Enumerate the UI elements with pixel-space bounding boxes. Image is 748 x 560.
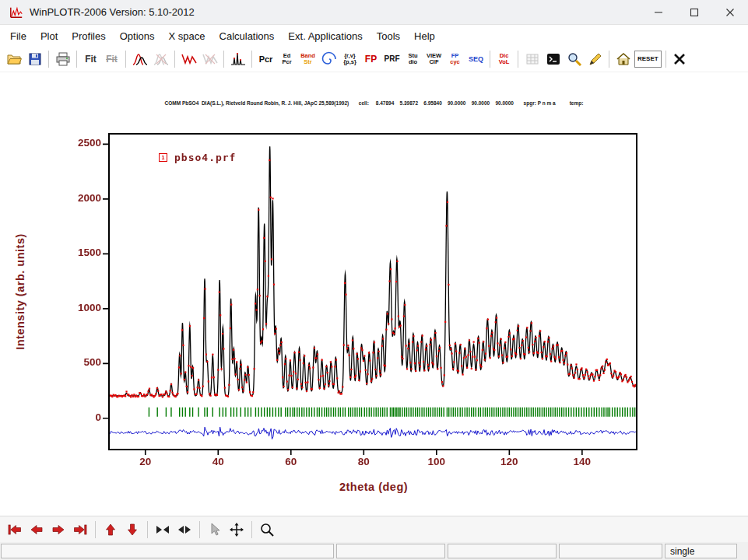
menu-plot[interactable]: Plot <box>33 27 65 45</box>
fp-cyc-label: FPcyc <box>450 53 460 66</box>
view-cif-label: VIEWCIF <box>427 53 441 66</box>
fit-stop-label: Fit <box>106 56 118 63</box>
home-icon <box>616 51 631 67</box>
toolbar-separator <box>518 51 518 68</box>
x-expand-button[interactable] <box>174 520 195 540</box>
rv-ps-button[interactable]: {r,v}{p,s} <box>340 48 360 70</box>
toolbar-separator <box>251 521 252 538</box>
x-compress-button[interactable] <box>153 520 173 540</box>
toolbar-separator <box>665 51 666 68</box>
toolbar-separator <box>174 51 175 68</box>
x-expand-icon <box>177 522 192 537</box>
zoom-mode-icon <box>259 522 275 537</box>
profile-fit-button[interactable] <box>130 48 149 70</box>
zoom-select-button[interactable] <box>564 48 584 70</box>
pan-mode-button[interactable] <box>227 520 247 540</box>
close-plot-button[interactable] <box>670 48 690 70</box>
view-cif-button[interactable]: VIEWCIF <box>424 48 444 70</box>
go-last-icon <box>72 522 88 537</box>
toolbar-separator <box>490 51 490 68</box>
table-off-icon <box>525 51 540 67</box>
console-icon <box>546 51 561 67</box>
shift-up-icon <box>103 522 118 537</box>
reset-button[interactable]: RESET <box>634 51 662 68</box>
minimize-button[interactable] <box>641 0 676 24</box>
fit-button[interactable]: Fit <box>81 48 100 70</box>
fit-stop-button[interactable]: Fit <box>102 48 121 70</box>
diffraction-plot-canvas[interactable] <box>82 124 650 471</box>
background-off-icon <box>202 51 218 67</box>
background-off-button[interactable] <box>200 48 219 70</box>
save-icon <box>27 51 43 67</box>
toolbar-separator <box>609 51 609 68</box>
close-plot-icon <box>672 51 687 67</box>
title-bar: WinPLOTR-2006 Version: 5.10-2012 <box>0 0 748 25</box>
print-button[interactable] <box>53 48 72 70</box>
menu-file[interactable]: File <box>3 27 33 45</box>
legend-marker: 1 <box>159 153 167 162</box>
edit-pcr-button[interactable]: EdPcr <box>277 48 297 70</box>
y-tick-label: 1000 <box>53 302 101 313</box>
edit-pencil-icon <box>588 51 603 67</box>
reset-label: RESET <box>637 56 658 63</box>
menu-profiles[interactable]: Profiles <box>65 27 112 45</box>
plot-header-comment: COMM PbSO4 DIA(S.L.), Rietveld Round Rob… <box>0 100 748 106</box>
go-prev-button[interactable] <box>26 520 47 540</box>
maximize-button[interactable] <box>676 0 712 24</box>
prf-button[interactable]: PRF <box>382 48 402 70</box>
open-button[interactable] <box>4 48 23 70</box>
home-button[interactable] <box>613 48 633 70</box>
menu-tools[interactable]: Tools <box>370 27 407 45</box>
shift-up-button[interactable] <box>100 520 121 540</box>
pointer-mode-icon <box>207 522 223 537</box>
zoom-mode-button[interactable] <box>257 520 277 540</box>
x-tick-label: 60 <box>274 456 308 467</box>
fp-label: FP <box>365 56 377 63</box>
go-next-button[interactable] <box>48 520 68 540</box>
profile-fit-icon <box>132 51 148 67</box>
close-button[interactable] <box>712 0 748 24</box>
pcr-label: Pcr <box>259 56 273 63</box>
x-tick-label: 120 <box>492 456 526 467</box>
prf-label: PRF <box>385 56 400 63</box>
save-button[interactable] <box>25 48 44 70</box>
go-first-button[interactable] <box>5 520 25 540</box>
pointer-mode-button[interactable] <box>205 520 225 540</box>
studio-button[interactable]: Studio <box>403 48 423 70</box>
menu-ext-applications[interactable]: Ext. Applications <box>281 27 369 45</box>
go-next-icon <box>51 522 66 537</box>
app-icon <box>9 5 23 19</box>
shift-down-button[interactable] <box>122 520 142 540</box>
profile-fit-off-button[interactable] <box>151 48 170 70</box>
fp-button[interactable]: FP <box>361 48 381 70</box>
fp-studio-globe-button[interactable] <box>319 48 339 70</box>
toolbar-separator <box>147 521 148 538</box>
y-axis-title: Intensity (arb. units) <box>14 233 26 350</box>
menu-help[interactable]: Help <box>407 27 442 45</box>
background-select-button[interactable] <box>179 48 198 70</box>
menu-options[interactable]: Options <box>113 27 162 45</box>
dicvol-button[interactable]: DicVoL <box>494 48 514 70</box>
status-bar: single <box>0 542 748 560</box>
edit-pencil-button[interactable] <box>585 48 605 70</box>
status-panel-3 <box>448 544 557 558</box>
table-off-button[interactable] <box>522 48 542 70</box>
peak-search-button[interactable] <box>228 48 248 70</box>
pan-mode-icon <box>229 522 244 537</box>
menu-x-space[interactable]: X space <box>162 27 212 45</box>
menu-calculations[interactable]: Calculations <box>212 27 282 45</box>
console-button[interactable] <box>543 48 563 70</box>
open-icon <box>6 51 22 67</box>
navigation-toolbar <box>0 516 748 542</box>
band-str-label: BandStr <box>300 53 315 66</box>
zoom-select-icon <box>567 51 582 67</box>
go-last-button[interactable] <box>70 520 90 540</box>
toolbar-separator <box>76 51 77 68</box>
band-str-button[interactable]: BandStr <box>298 48 318 70</box>
pcr-button[interactable]: Pcr <box>256 48 276 70</box>
seq-button[interactable]: SEQ <box>466 48 486 70</box>
window-title: WinPLOTR-2006 Version: 5.10-2012 <box>30 6 195 18</box>
toolbar-separator <box>125 51 126 68</box>
rv-ps-label: {r,v}{p,s} <box>343 53 356 66</box>
fp-cyc-button[interactable]: FPcyc <box>445 48 465 70</box>
